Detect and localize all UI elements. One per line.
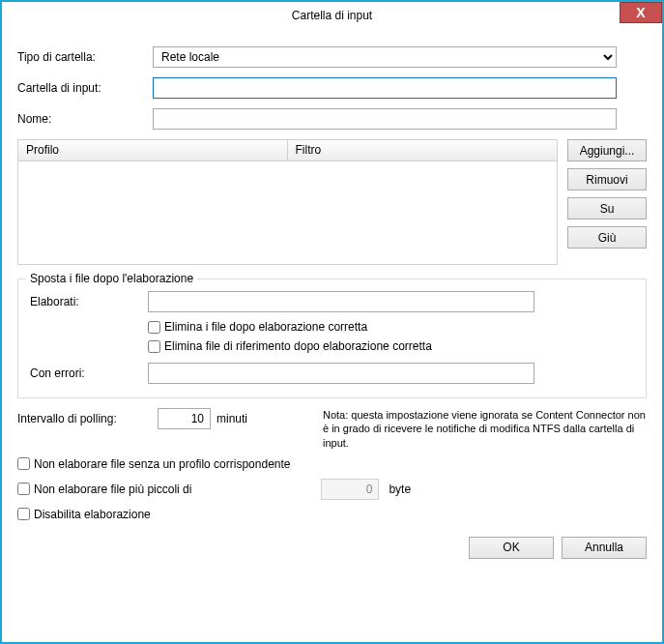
column-profile[interactable]: Profilo (18, 140, 288, 161)
processed-label: Elaborati: (30, 295, 148, 308)
name-field[interactable] (153, 108, 617, 130)
folder-type-select[interactable]: Rete locale (153, 46, 617, 68)
delete-reference-checkbox[interactable] (148, 340, 160, 353)
dialog-window: Cartella di input X Tipo di cartella: Re… (0, 0, 664, 644)
content-area: Tipo di cartella: Rete locale Cartella d… (2, 29, 662, 571)
delete-after-success-label: Elimina i file dopo elaborazione corrett… (164, 320, 367, 334)
move-legend: Sposta i file dopo l'elaborazione (26, 272, 197, 285)
no-smaller-label: Non elaborare file più piccoli di (34, 483, 191, 496)
name-label: Nome: (17, 112, 153, 126)
down-button[interactable]: Giù (567, 226, 647, 249)
table-body[interactable] (18, 161, 557, 264)
size-unit: byte (389, 483, 411, 496)
size-field (321, 479, 379, 500)
up-button[interactable]: Su (567, 197, 647, 220)
add-button[interactable]: Aggiungi... (567, 139, 647, 161)
polling-label: Intervallo di polling: (17, 412, 158, 425)
profile-table[interactable]: Profilo Filtro (17, 139, 558, 265)
errors-field[interactable] (148, 363, 534, 384)
close-button[interactable]: X (620, 2, 662, 23)
cancel-button[interactable]: Annulla (562, 537, 647, 559)
processed-field[interactable] (148, 291, 534, 312)
delete-after-success-checkbox[interactable] (148, 321, 160, 334)
input-folder-field[interactable] (153, 77, 617, 99)
polling-field[interactable] (158, 408, 211, 429)
no-profile-checkbox[interactable] (17, 457, 30, 470)
delete-reference-label: Elimina file di riferimento dopo elabora… (164, 339, 432, 353)
titlebar: Cartella di input X (2, 2, 662, 29)
polling-note: Nota: questa impostazione viene ignorata… (323, 408, 647, 450)
dialog-buttons: OK Annulla (17, 537, 647, 559)
window-title: Cartella di input (292, 9, 372, 22)
close-icon: X (636, 5, 645, 20)
move-fieldset: Sposta i file dopo l'elaborazione Elabor… (17, 278, 647, 398)
table-buttons: Aggiungi... Rimuovi Su Giù (567, 139, 647, 265)
table-header: Profilo Filtro (18, 140, 557, 161)
column-filter[interactable]: Filtro (288, 140, 558, 161)
no-profile-label: Non elaborare file senza un profilo corr… (34, 457, 291, 471)
folder-type-label: Tipo di cartella: (17, 50, 153, 64)
polling-unit: minuti (217, 412, 247, 425)
ok-button[interactable]: OK (469, 537, 554, 559)
no-smaller-checkbox[interactable] (17, 483, 30, 495)
input-folder-label: Cartella di input: (17, 81, 153, 95)
errors-label: Con errori: (30, 366, 148, 380)
disable-label: Disabilita elaborazione (34, 508, 151, 521)
remove-button[interactable]: Rimuovi (567, 168, 647, 190)
disable-checkbox[interactable] (17, 508, 30, 520)
